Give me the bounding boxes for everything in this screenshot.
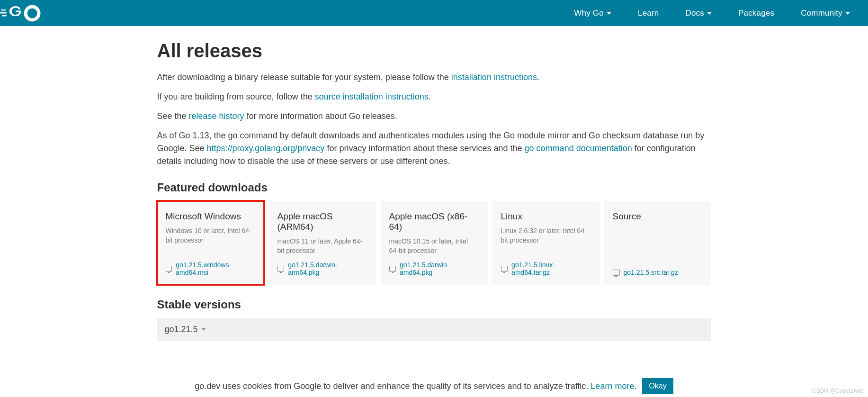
- link-release-history[interactable]: release history: [189, 111, 244, 121]
- card-desc: Linux 2.6.32 or later, Intel 64-bit proc…: [501, 226, 591, 255]
- nav-item-packages[interactable]: Packages: [725, 0, 787, 26]
- header-bar: Why GoLearnDocsPackagesCommunity: [0, 0, 868, 26]
- card-title: Microsoft Windows: [166, 211, 256, 222]
- download-card[interactable]: Apple macOS (x86-64)macOS 10.15 or later…: [381, 201, 488, 285]
- chevron-down-icon: [707, 12, 712, 15]
- download-icon: [166, 266, 172, 272]
- link-proxy-privacy[interactable]: https://proxy.golang.org/privacy: [207, 144, 325, 153]
- card-title: Linux: [501, 211, 591, 222]
- svg-point-3: [26, 7, 39, 20]
- download-card[interactable]: Sourcego1.21.5.src.tar.gz: [604, 201, 711, 285]
- intro-para-4: As of Go 1.13, the go command by default…: [157, 129, 711, 168]
- download-card[interactable]: Microsoft WindowsWindows 10 or later, In…: [157, 201, 264, 285]
- card-desc: macOS 10.15 or later, Intel 64-bit proce…: [389, 237, 479, 255]
- card-desc: [613, 226, 703, 263]
- card-title: Apple macOS (ARM64): [277, 211, 367, 232]
- card-file-link[interactable]: go1.21.5.linux-amd64.tar.gz: [501, 261, 591, 276]
- featured-heading: Featured downloads: [157, 181, 711, 194]
- card-file-link[interactable]: go1.21.5.darwin-amd64.pkg: [389, 261, 479, 276]
- card-desc: macOS 11 or later, Apple 64-bit processo…: [277, 237, 367, 255]
- intro-para-2: If you are building from source, follow …: [157, 90, 711, 103]
- stable-heading: Stable versions: [157, 298, 711, 311]
- link-go-cmd-doc[interactable]: go command documentation: [525, 144, 632, 153]
- intro-para-3: See the release history for more informa…: [157, 110, 711, 123]
- chevron-down-icon: [607, 12, 611, 15]
- chevron-down-icon: [202, 328, 206, 331]
- nav-item-community[interactable]: Community: [787, 0, 863, 26]
- page-title: All releases: [157, 40, 711, 62]
- card-file-link[interactable]: go1.21.5.src.tar.gz: [613, 269, 703, 276]
- download-icon: [613, 270, 620, 276]
- stable-version-label: go1.21.5: [165, 325, 198, 334]
- nav-item-learn[interactable]: Learn: [625, 0, 672, 26]
- card-desc: Windows 10 or later, Intel 64-bit proces…: [166, 226, 256, 255]
- nav-item-why-go[interactable]: Why Go: [561, 0, 625, 26]
- link-install-instructions[interactable]: installation instructions: [451, 72, 537, 82]
- download-icon: [389, 266, 396, 272]
- download-icon: [277, 266, 285, 272]
- svg-rect-1: [0, 12, 7, 14]
- download-card[interactable]: LinuxLinux 2.6.32 or later, Intel 64-bit…: [492, 201, 600, 285]
- download-icon: [501, 266, 508, 272]
- featured-cards: Microsoft WindowsWindows 10 or later, In…: [157, 201, 711, 285]
- svg-rect-2: [2, 15, 7, 17]
- svg-rect-0: [1, 9, 6, 11]
- stable-version-row[interactable]: go1.21.5: [157, 318, 711, 341]
- intro-para-1: After downloading a binary release suita…: [157, 71, 711, 84]
- link-source-install[interactable]: source installation instructions: [315, 92, 429, 101]
- card-file-link[interactable]: go1.21.5.darwin-arm64.pkg: [277, 261, 367, 276]
- card-title: Source: [613, 211, 703, 222]
- card-file-link[interactable]: go1.21.5.windows-amd64.msi: [166, 261, 256, 276]
- download-card[interactable]: Apple macOS (ARM64)macOS 11 or later, Ap…: [269, 201, 376, 285]
- chevron-down-icon: [845, 12, 850, 15]
- go-logo[interactable]: [0, 5, 52, 22]
- main-content: All releases After downloading a binary …: [138, 40, 730, 341]
- card-title: Apple macOS (x86-64): [389, 211, 479, 232]
- nav-item-docs[interactable]: Docs: [672, 0, 725, 26]
